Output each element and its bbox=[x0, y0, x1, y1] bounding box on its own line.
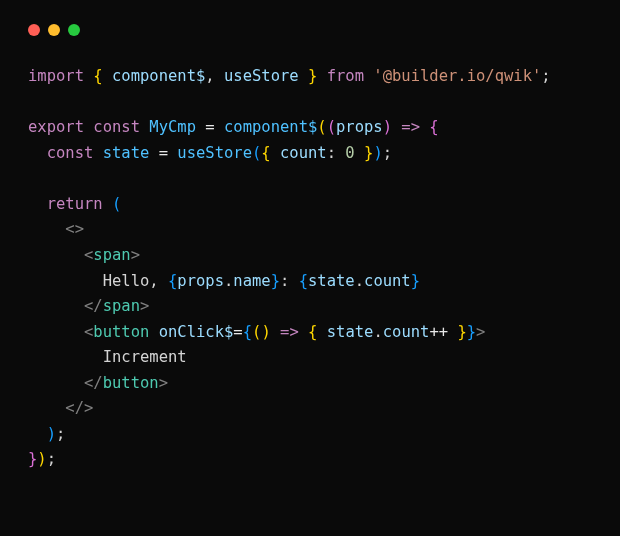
minimize-icon[interactable] bbox=[48, 24, 60, 36]
identifier: state bbox=[103, 144, 150, 162]
paren: ( bbox=[112, 195, 121, 213]
keyword-return: return bbox=[47, 195, 103, 213]
colon: : bbox=[327, 144, 346, 162]
brace: { bbox=[308, 323, 327, 341]
identifier: useStore bbox=[224, 67, 299, 85]
paren: ( bbox=[252, 144, 261, 162]
window-controls bbox=[28, 24, 592, 36]
jsx-tag: span bbox=[93, 246, 130, 264]
brace: { bbox=[261, 144, 280, 162]
code-window: import { component$, useStore } from '@b… bbox=[0, 0, 620, 497]
jsx-fragment-close: </> bbox=[65, 399, 93, 417]
jsx-expr-brace: } bbox=[271, 272, 280, 290]
paren: ) bbox=[47, 425, 56, 443]
brace: } bbox=[355, 144, 374, 162]
jsx-attribute: onClick$ bbox=[159, 323, 234, 341]
close-icon[interactable] bbox=[28, 24, 40, 36]
code-block: import { component$, useStore } from '@b… bbox=[28, 64, 592, 473]
semicolon: ; bbox=[383, 144, 392, 162]
jsx-expr-brace: { bbox=[243, 323, 252, 341]
jsx-tag: button bbox=[103, 374, 159, 392]
keyword-from: from bbox=[327, 67, 364, 85]
jsx-expr-brace: } bbox=[411, 272, 420, 290]
brace: } bbox=[299, 67, 327, 85]
keyword-export: export bbox=[28, 118, 84, 136]
angle-bracket: > bbox=[140, 297, 149, 315]
brace: } bbox=[448, 323, 467, 341]
semicolon: ; bbox=[47, 450, 56, 468]
semicolon: ; bbox=[541, 67, 550, 85]
identifier: state bbox=[327, 323, 374, 341]
angle-bracket: </ bbox=[84, 374, 103, 392]
angle-bracket: </ bbox=[84, 297, 103, 315]
property-key: count bbox=[280, 144, 327, 162]
identifier: MyCmp bbox=[149, 118, 196, 136]
keyword-const: const bbox=[47, 144, 103, 162]
jsx-fragment-open: <> bbox=[65, 220, 84, 238]
comma: , bbox=[205, 67, 224, 85]
operator: = bbox=[233, 323, 242, 341]
semicolon: ; bbox=[56, 425, 65, 443]
angle-bracket: < bbox=[84, 246, 93, 264]
keyword-import: import bbox=[28, 67, 84, 85]
identifier: state bbox=[308, 272, 355, 290]
operator: = bbox=[149, 144, 177, 162]
operator: ++ bbox=[429, 323, 448, 341]
function-call: component$ bbox=[224, 118, 317, 136]
property: count bbox=[364, 272, 411, 290]
jsx-tag: button bbox=[93, 323, 149, 341]
param: props bbox=[336, 118, 383, 136]
angle-bracket: > bbox=[159, 374, 168, 392]
paren: ( bbox=[252, 323, 261, 341]
arrow: => bbox=[271, 323, 308, 341]
property: count bbox=[383, 323, 430, 341]
brace: { bbox=[84, 67, 112, 85]
property: name bbox=[233, 272, 270, 290]
angle-bracket: > bbox=[476, 323, 485, 341]
function-call: useStore bbox=[177, 144, 252, 162]
operator: = bbox=[196, 118, 224, 136]
paren: ) bbox=[261, 323, 270, 341]
jsx-text: Hello, bbox=[103, 272, 168, 290]
identifier: component$ bbox=[112, 67, 205, 85]
jsx-expr-brace: } bbox=[467, 323, 476, 341]
arrow: => bbox=[392, 118, 429, 136]
paren: ) bbox=[37, 450, 46, 468]
paren: ) bbox=[383, 118, 392, 136]
string-literal: '@builder.io/qwik' bbox=[373, 67, 541, 85]
jsx-expr-brace: { bbox=[168, 272, 177, 290]
angle-bracket: < bbox=[84, 323, 93, 341]
angle-bracket: > bbox=[131, 246, 140, 264]
paren: ( bbox=[327, 118, 336, 136]
maximize-icon[interactable] bbox=[68, 24, 80, 36]
identifier: props bbox=[177, 272, 224, 290]
keyword-const: const bbox=[84, 118, 149, 136]
brace: } bbox=[28, 450, 37, 468]
brace: { bbox=[429, 118, 438, 136]
number-literal: 0 bbox=[345, 144, 354, 162]
jsx-text: : bbox=[280, 272, 299, 290]
paren: ( bbox=[317, 118, 326, 136]
jsx-expr-brace: { bbox=[299, 272, 308, 290]
jsx-text: Increment bbox=[103, 348, 187, 366]
jsx-tag: span bbox=[103, 297, 140, 315]
paren: ) bbox=[373, 144, 382, 162]
